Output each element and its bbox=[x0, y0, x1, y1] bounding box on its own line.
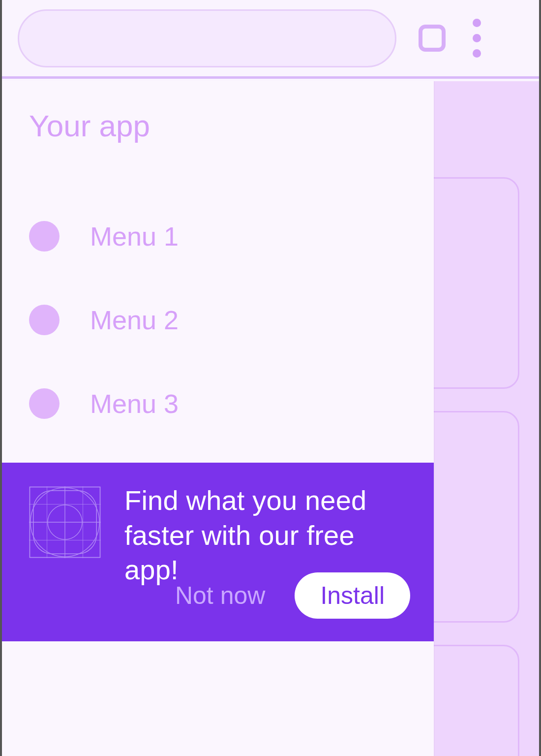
menu-bullet-icon bbox=[29, 305, 60, 335]
not-now-button[interactable]: Not now bbox=[175, 581, 265, 610]
install-button[interactable]: Install bbox=[295, 572, 410, 619]
navigation-drawer: Your app Menu 1 Menu 2 Menu 3 bbox=[2, 81, 434, 756]
install-banner-message: Find what you need faster with our free … bbox=[124, 483, 407, 588]
menu-item-label: Menu 2 bbox=[90, 305, 179, 335]
menu-list: Menu 1 Menu 2 Menu 3 bbox=[29, 194, 407, 445]
menu-item-1[interactable]: Menu 1 bbox=[29, 194, 407, 278]
browser-toolbar bbox=[2, 0, 539, 79]
app-grid-icon bbox=[29, 486, 101, 560]
menu-item-label: Menu 3 bbox=[90, 388, 179, 419]
menu-item-3[interactable]: Menu 3 bbox=[29, 362, 407, 445]
menu-bullet-icon bbox=[29, 388, 60, 419]
address-bar[interactable] bbox=[18, 9, 396, 67]
more-menu-icon[interactable] bbox=[473, 19, 481, 58]
app-title: Your app bbox=[29, 108, 150, 143]
menu-item-label: Menu 1 bbox=[90, 221, 179, 252]
tabs-icon[interactable] bbox=[419, 25, 446, 52]
menu-item-2[interactable]: Menu 2 bbox=[29, 278, 407, 362]
menu-bullet-icon bbox=[29, 221, 60, 252]
install-app-banner: Find what you need faster with our free … bbox=[2, 463, 434, 641]
